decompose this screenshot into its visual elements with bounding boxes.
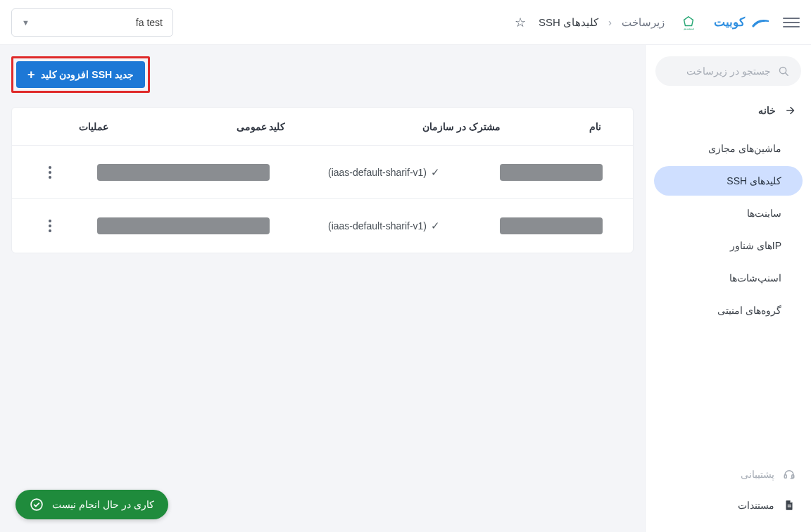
sidebar-item-label: سابنت‌ها (747, 208, 781, 219)
row-actions-menu[interactable] (40, 216, 60, 236)
sidebar-item-subnets[interactable]: سابنت‌ها (654, 198, 803, 228)
add-button-label: افزودن کلید SSH جدید (41, 69, 134, 80)
add-button-highlight: + افزودن کلید SSH جدید (11, 56, 150, 93)
shared-cell: (iaas-default-sharif-v1) ✓ (289, 220, 480, 232)
breadcrumb: زیرساخت ‹ کلیدهای SSH ☆ (515, 15, 665, 30)
sidebar-home-label: خانه (758, 105, 776, 116)
sidebar-docs[interactable]: مستندات (646, 490, 811, 521)
sidebar-item-label: IPهای شناور (730, 240, 781, 251)
brand-text: کوبیت (714, 15, 745, 30)
svg-point-7 (31, 499, 42, 510)
svg-rect-5 (788, 505, 791, 505)
sidebar-support[interactable]: پشتیبانی (646, 459, 811, 490)
brand-logo[interactable]: کوبیت (714, 15, 770, 30)
ssh-keys-table: نام مشترک در سازمان کلید عمومی عملیات (i… (11, 107, 634, 253)
main-content: + افزودن کلید SSH جدید نام مشترک در سازم… (0, 45, 645, 532)
pubkey-redacted (97, 217, 270, 234)
check-circle-icon (30, 498, 44, 512)
app-header: کوبیت سیستم زیرساخت ‹ کلیدهای SSH ☆ ▼ fa… (0, 0, 811, 45)
organization-selected-label: fa test (136, 17, 163, 28)
search-placeholder: جستجو در زیرساخت (686, 65, 771, 77)
svg-line-2 (786, 72, 788, 75)
sidebar-item-label: کلیدهای SSH (727, 175, 781, 186)
sidebar-item-ssh-keys[interactable]: کلیدهای SSH (654, 166, 803, 196)
brand-wave-icon (750, 16, 770, 29)
table-header: نام مشترک در سازمان کلید عمومی عملیات (12, 108, 633, 146)
shared-org-text: (iaas-default-sharif-v1) (328, 220, 427, 232)
hamburger-menu-icon[interactable] (783, 14, 800, 31)
check-icon: ✓ (431, 220, 440, 232)
sidebar-item-snapshots[interactable]: اسنپ‌شات‌ها (654, 263, 803, 293)
plus-icon: + (27, 68, 35, 81)
star-outline-icon[interactable]: ☆ (515, 15, 526, 30)
sidebar-item-floating-ips[interactable]: IPهای شناور (654, 231, 803, 260)
svg-rect-6 (788, 507, 791, 507)
sidebar-item-label: اسنپ‌شات‌ها (729, 272, 781, 284)
sidebar-item-label: ماشین‌های مجازی (708, 143, 781, 154)
table-row: (iaas-default-sharif-v1) ✓ (12, 199, 633, 253)
breadcrumb-root[interactable]: زیرساخت (622, 16, 665, 29)
name-redacted (500, 164, 603, 181)
col-actions: عملیات (22, 121, 165, 132)
status-text: کاری در حال انجام نیست (52, 499, 154, 510)
breadcrumb-current: کلیدهای SSH (539, 16, 598, 29)
col-name: نام (567, 121, 623, 132)
svg-rect-3 (784, 475, 786, 479)
headset-icon (783, 468, 796, 481)
pubkey-redacted (97, 164, 270, 181)
sidebar-docs-label: مستندات (738, 500, 774, 511)
name-redacted (500, 217, 603, 234)
organization-select[interactable]: ▼ fa test (11, 8, 173, 37)
col-shared: مشترک در سازمان (356, 121, 567, 132)
org-icon: سیستم (679, 13, 698, 32)
sidebar-support-label: پشتیبانی (741, 469, 774, 480)
svg-text:سیستم: سیستم (684, 27, 694, 30)
check-icon: ✓ (431, 166, 440, 179)
shared-cell: (iaas-default-sharif-v1) ✓ (289, 166, 480, 179)
chevron-left-icon: ‹ (608, 16, 612, 28)
document-icon (783, 499, 796, 512)
col-pubkey: کلید عمومی (165, 121, 357, 132)
sidebar-item-security-groups[interactable]: گروه‌های امنیتی (654, 296, 803, 325)
add-ssh-key-button[interactable]: + افزودن کلید SSH جدید (16, 61, 145, 88)
status-pill[interactable]: کاری در حال انجام نیست (15, 490, 168, 519)
search-icon (778, 65, 790, 77)
arrow-right-icon (784, 104, 797, 117)
sidebar-item-vms[interactable]: ماشین‌های مجازی (654, 134, 803, 163)
table-row: (iaas-default-sharif-v1) ✓ (12, 146, 633, 199)
sidebar: جستجو در زیرساخت خانه ماشین‌های مجازی کل… (645, 45, 811, 532)
row-actions-menu[interactable] (40, 163, 60, 182)
sidebar-home[interactable]: خانه (646, 94, 811, 127)
caret-down-icon: ▼ (22, 18, 30, 27)
sidebar-item-label: گروه‌های امنیتی (717, 305, 781, 316)
shared-org-text: (iaas-default-sharif-v1) (328, 167, 427, 178)
search-input[interactable]: جستجو در زیرساخت (655, 56, 801, 86)
